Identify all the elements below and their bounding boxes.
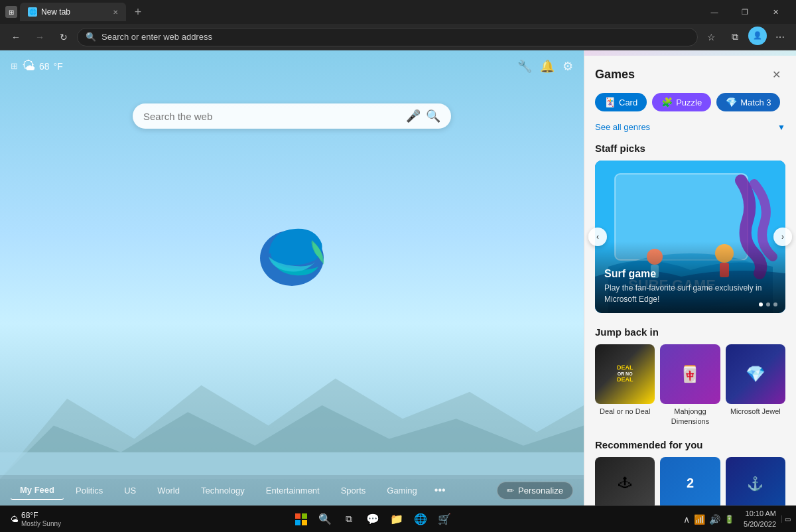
- see-all-genres-row[interactable]: See all genres ▼: [584, 119, 796, 140]
- cubis-label: 2: [687, 476, 694, 491]
- edit-icon: ✏: [507, 486, 514, 496]
- dot-1[interactable]: [759, 302, 763, 306]
- nav-tab-more-button[interactable]: •••: [429, 480, 451, 500]
- clock-time: 10:10 AM: [744, 509, 776, 519]
- refresh-button[interactable]: ↻: [53, 27, 74, 48]
- dot-2[interactable]: [766, 302, 770, 306]
- browser-profile-icon[interactable]: ⊞: [5, 6, 17, 18]
- edge-logo: [252, 217, 332, 299]
- nav-bar: ← → ↻ 🔍 Search or enter web address ☆ ⧉ …: [0, 24, 796, 50]
- rec-thumb-atari[interactable]: 🕹: [595, 457, 655, 505]
- rec-thumb-battleship[interactable]: ⚓: [726, 457, 785, 505]
- atari-icon: 🕹: [618, 476, 631, 491]
- genre-chip-puzzle[interactable]: 🧩 Puzzle: [652, 93, 711, 111]
- chevron-down-icon: ▼: [777, 123, 785, 132]
- game-thumb-jewel[interactable]: 💎 Microsoft Jewel: [726, 344, 785, 426]
- customize-icon[interactable]: 🔧: [517, 59, 532, 74]
- panel-close-button[interactable]: ✕: [767, 65, 785, 84]
- tab-close-button[interactable]: ✕: [113, 9, 118, 16]
- svg-rect-12: [295, 513, 300, 519]
- nav-tab-entertainment[interactable]: Entertainment: [257, 482, 329, 499]
- carousel-prev-button[interactable]: ‹: [588, 228, 607, 246]
- edge-taskbar-button[interactable]: 🌐: [410, 509, 431, 530]
- file-explorer-button[interactable]: 📁: [386, 509, 407, 530]
- recommended-title: Recommended for you: [584, 436, 796, 457]
- forward-button[interactable]: →: [29, 27, 50, 48]
- minimize-button[interactable]: —: [699, 0, 730, 24]
- genre-chip-match3[interactable]: 💎 Match 3: [716, 93, 780, 111]
- battleship-icon: ⚓: [747, 476, 763, 492]
- task-view-button[interactable]: ⧉: [338, 509, 360, 530]
- collections-icon[interactable]: ⧉: [724, 27, 746, 48]
- favorites-icon[interactable]: ☆: [700, 27, 722, 48]
- nav-tab-technology[interactable]: Technology: [192, 482, 254, 499]
- taskbar-weather[interactable]: 🌤 68°F Mostly Sunny: [5, 511, 66, 527]
- games-panel: Games ✕ 🃏 Card 🧩 Puzzle 💎 Match 3: [584, 50, 796, 505]
- svg-rect-15: [302, 520, 307, 525]
- genre-chip-card[interactable]: 🃏 Card: [595, 93, 647, 111]
- taskbar: 🌤 68°F Mostly Sunny 🔍 ⧉: [0, 505, 796, 532]
- weather-icon: 🌤: [22, 58, 35, 74]
- address-bar[interactable]: 🔍 Search or enter web address: [77, 28, 698, 46]
- settings-icon[interactable]: ⋯: [769, 27, 791, 48]
- system-tray: ∧ 📶 🔊 🔋: [679, 514, 738, 525]
- game-thumb-deal[interactable]: DEAL OR NO DEAL Deal or no Deal: [595, 344, 655, 426]
- panel-header: Games ✕: [584, 56, 796, 93]
- active-tab[interactable]: 🌐 New tab ✕: [20, 3, 126, 21]
- weather-temp: 68: [39, 61, 50, 72]
- search-icon: 🔍: [86, 32, 96, 42]
- apps-grid-icon[interactable]: ⊞: [11, 61, 18, 71]
- clock[interactable]: 10:10 AM 5/20/2022: [741, 509, 779, 529]
- store-button[interactable]: 🛒: [434, 509, 455, 530]
- personalize-button[interactable]: ✏ Personalize: [497, 482, 573, 499]
- profile-button[interactable]: 👤: [748, 27, 767, 45]
- search-box[interactable]: 🎤 🔍: [133, 103, 451, 129]
- game-thumb-mahjong[interactable]: 🀄 Mahjongg Dimensions: [660, 344, 720, 426]
- svg-rect-14: [295, 520, 300, 525]
- taskbar-right: ∧ 📶 🔊 🔋 10:10 AM 5/20/2022 ▭: [679, 509, 791, 529]
- genre-puzzle-label: Puzzle: [676, 98, 702, 107]
- dot-3[interactable]: [773, 302, 777, 306]
- search-input[interactable]: [143, 111, 401, 122]
- weather-widget[interactable]: ⊞ 🌤 68 °F: [11, 58, 63, 74]
- match3-icon: 💎: [726, 97, 737, 107]
- game-img-deal: DEAL OR NO DEAL: [595, 344, 655, 404]
- show-hidden-icons-button[interactable]: ∧: [683, 514, 690, 525]
- taskbar-weather-desc: Mostly Sunny: [21, 520, 61, 527]
- genre-filters: 🃏 Card 🧩 Puzzle 💎 Match 3: [584, 93, 796, 119]
- clock-date: 5/20/2022: [744, 519, 776, 529]
- address-text: Search or enter web address: [101, 32, 689, 42]
- settings-icon[interactable]: ⚙: [563, 59, 573, 74]
- start-button[interactable]: [291, 509, 312, 530]
- jump-back-title: Jump back in: [584, 324, 796, 344]
- notifications-icon[interactable]: 🔔: [540, 59, 555, 74]
- volume-icon[interactable]: 🔊: [709, 514, 720, 525]
- nav-tab-politics[interactable]: Politics: [66, 482, 112, 499]
- search-button-icon[interactable]: 🔍: [426, 109, 440, 123]
- rec-thumb-cubis[interactable]: 2: [660, 457, 720, 505]
- network-icon[interactable]: 📶: [694, 514, 705, 525]
- battery-icon[interactable]: 🔋: [724, 515, 734, 524]
- back-button[interactable]: ←: [5, 27, 27, 48]
- taskbar-search-button[interactable]: 🔍: [314, 509, 336, 530]
- new-tab-button[interactable]: +: [129, 3, 147, 21]
- game-name-mahjong: Mahjongg Dimensions: [660, 407, 720, 426]
- show-desktop-button[interactable]: ▭: [781, 515, 791, 523]
- chat-button[interactable]: 💬: [362, 509, 383, 530]
- microphone-icon[interactable]: 🎤: [406, 109, 421, 123]
- nav-tab-world[interactable]: World: [148, 482, 189, 499]
- nav-tab-gaming[interactable]: Gaming: [377, 482, 427, 499]
- see-all-text: See all genres: [595, 122, 650, 132]
- svg-rect-13: [302, 513, 307, 519]
- title-bar-left: ⊞ 🌐 New tab ✕ +: [5, 3, 147, 21]
- game-img-jewel: 💎: [726, 344, 785, 404]
- nav-tab-us[interactable]: US: [115, 482, 145, 499]
- close-button[interactable]: ✕: [760, 0, 791, 24]
- nav-right-icons: ☆ ⧉ 👤 ⋯: [700, 27, 791, 48]
- nav-tab-sports[interactable]: Sports: [332, 482, 375, 499]
- carousel-card[interactable]: SURF GAME Surf game Play the fan-favorit…: [595, 161, 785, 313]
- rec-img-atari: 🕹: [595, 457, 655, 505]
- maximize-button[interactable]: ❐: [730, 0, 760, 24]
- nav-tab-my-feed[interactable]: My Feed: [11, 481, 64, 500]
- carousel-next-button[interactable]: ›: [773, 228, 792, 246]
